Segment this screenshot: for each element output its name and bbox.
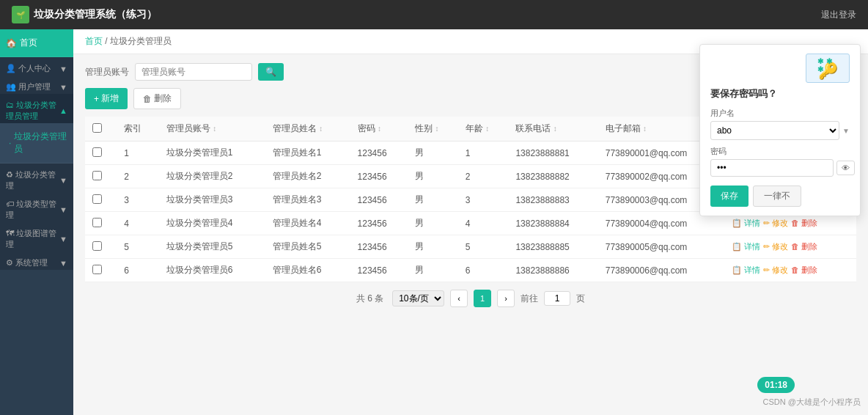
col-account[interactable]: 管理员账号 ↕ [159, 117, 265, 142]
select-all-checkbox[interactable] [92, 123, 102, 133]
search-account-label: 管理员账号 [85, 66, 129, 78]
sidebar-label-classify-admin: 垃圾分类管理员 [14, 131, 67, 155]
row-age: 6 [458, 259, 509, 282]
view-button[interactable]: 📋 详情 [732, 218, 760, 229]
row-email: 773890006@qq.com [598, 259, 724, 282]
popup-notnow-button[interactable]: 一律不 [753, 186, 801, 207]
stars-decoration: ✱ ✱ ✱ [817, 57, 839, 73]
browser-icon: ✱ ✱ ✱ 🔑 [806, 54, 850, 83]
csdn-watermark: CSDN @大雄是个小程序员 [763, 397, 861, 408]
row-password: 123456 [350, 142, 408, 165]
breadcrumb-current: 垃圾分类管理员 [110, 36, 172, 46]
row-actions-cell: 📋 详情 ✏ 修改 🗑 删除 [724, 235, 856, 259]
delete-row-button[interactable]: 🗑 删除 [791, 241, 817, 252]
row-index: 6 [117, 259, 159, 282]
home-icon: 🏠 [6, 38, 17, 48]
add-button[interactable]: + 新增 [85, 88, 128, 109]
sidebar-item-user-mgmt[interactable]: 👥 用户管理 ▼ [0, 76, 73, 94]
col-password[interactable]: 密码 ↕ [350, 117, 408, 142]
app-title: 垃圾分类管理系统（练习） [34, 8, 157, 21]
logout-link[interactable]: 退出登录 [821, 9, 856, 21]
sidebar-item-classify-map[interactable]: 🗺 垃圾图谱管理 ▼ [0, 222, 73, 251]
row-name: 管理员姓名5 [265, 235, 350, 259]
search-icon: 🔍 [265, 67, 276, 77]
row-gender: 男 [408, 235, 458, 259]
row-checkbox[interactable] [92, 171, 102, 180]
chevron-down-icon-4: ▼ [59, 205, 67, 214]
next-page-button[interactable]: › [497, 290, 515, 307]
search-button[interactable]: 🔍 [258, 63, 284, 81]
popup-icon-area: ✱ ✱ ✱ 🔑 [710, 54, 850, 83]
view-button[interactable]: 📋 详情 [732, 265, 760, 276]
popup-username-select[interactable]: abo [710, 121, 839, 140]
row-account: 垃圾分类管理员6 [159, 259, 265, 282]
row-age: 4 [458, 212, 509, 235]
toggle-password-visibility-button[interactable]: 👁 [836, 161, 855, 175]
chevron-down-icon-3: ▼ [59, 176, 67, 185]
delete-row-button[interactable]: 🗑 删除 [791, 218, 817, 229]
row-password: 123456 [350, 188, 408, 212]
chevron-down-username-icon: ▼ [842, 127, 850, 135]
sidebar-item-profile[interactable]: 👤 个人中心 ▼ [0, 57, 73, 76]
breadcrumb-home[interactable]: 首页 [85, 36, 103, 46]
col-name[interactable]: 管理员姓名 ↕ [265, 117, 350, 142]
header-right: 退出登录 [821, 9, 856, 21]
sidebar-item-system-mgmt[interactable]: ⚙ 系统管理 ▼ [0, 251, 73, 270]
sidebar-item-classify-type[interactable]: 🏷 垃圾类型管理 ▼ [0, 193, 73, 222]
row-checkbox[interactable] [92, 241, 102, 251]
edit-button[interactable]: ✏ 修改 [763, 241, 788, 252]
popup-password-input[interactable] [710, 159, 834, 177]
page-size-select[interactable]: 10条/页 20条/页 50条/页 [392, 290, 444, 306]
row-checkbox[interactable] [92, 147, 102, 157]
row-account: 垃圾分类管理员1 [159, 142, 265, 165]
col-phone[interactable]: 联系电话 ↕ [508, 117, 597, 142]
row-checkbox[interactable] [92, 265, 102, 274]
popup-password-label: 密码 [710, 146, 850, 157]
sidebar-section-classify-admin-mgmt[interactable]: 🗂 垃圾分类管理员管理 ▲ [0, 94, 73, 123]
page-goto-input[interactable] [544, 291, 570, 306]
add-label: 新增 [101, 92, 119, 105]
page-1-button[interactable]: 1 [474, 290, 491, 307]
search-input[interactable] [135, 63, 252, 81]
row-name: 管理员姓名2 [265, 165, 350, 188]
prev-page-button[interactable]: ‹ [450, 290, 468, 307]
row-checkbox-cell [85, 212, 117, 235]
popup-username-input-row: abo ▼ [710, 121, 850, 140]
row-password: 123456 [350, 235, 408, 259]
row-password: 123456 [350, 165, 408, 188]
row-checkbox-cell [85, 235, 117, 259]
pagination: 共 6 条 10条/页 20条/页 50条/页 ‹ 1 › 前往 页 [85, 282, 856, 315]
table-row: 5 垃圾分类管理员5 管理员姓名5 123456 男 5 13823888885… [85, 235, 856, 259]
eye-icon: 👁 [842, 164, 850, 172]
row-checkbox[interactable] [92, 194, 102, 204]
view-button[interactable]: 📋 详情 [732, 241, 760, 252]
sidebar-item-classify-admin[interactable]: · 垃圾分类管理员 [0, 123, 73, 164]
row-account: 垃圾分类管理员5 [159, 235, 265, 259]
row-phone: 13823888883 [508, 188, 597, 212]
row-age: 2 [458, 165, 509, 188]
delete-row-button[interactable]: 🗑 删除 [791, 265, 817, 276]
row-index: 3 [117, 188, 159, 212]
row-account: 垃圾分类管理员4 [159, 212, 265, 235]
popup-actions: 保存 一律不 [710, 186, 850, 207]
popup-save-button[interactable]: 保存 [710, 186, 749, 207]
total-count: 共 6 条 [356, 293, 383, 305]
table-row: 6 垃圾分类管理员6 管理员姓名6 123456 男 6 13823888886… [85, 259, 856, 282]
batch-delete-button[interactable]: 🗑 删除 [133, 88, 181, 109]
sidebar-item-classify-mgmt[interactable]: ♻ 垃圾分类管理 ▼ [0, 164, 73, 193]
row-gender: 男 [408, 165, 458, 188]
edit-button[interactable]: ✏ 修改 [763, 218, 788, 229]
sidebar-item-home[interactable]: 🏠 首页 [0, 29, 73, 57]
row-index: 5 [117, 235, 159, 259]
chevron-up-icon: ▲ [59, 106, 67, 115]
logo-icon: 🌱 [12, 6, 29, 23]
row-gender: 男 [408, 142, 458, 165]
col-age[interactable]: 年龄 ↕ [458, 117, 509, 142]
edit-button[interactable]: ✏ 修改 [763, 265, 788, 276]
chevron-down-icon-6: ▼ [59, 259, 67, 268]
popup-username-label: 用户名 [710, 108, 850, 119]
col-gender[interactable]: 性别 ↕ [408, 117, 458, 142]
popup-title: 要保存密码吗？ [710, 87, 850, 100]
popup-username-field: 用户名 abo ▼ [710, 108, 850, 140]
row-checkbox[interactable] [92, 218, 102, 227]
